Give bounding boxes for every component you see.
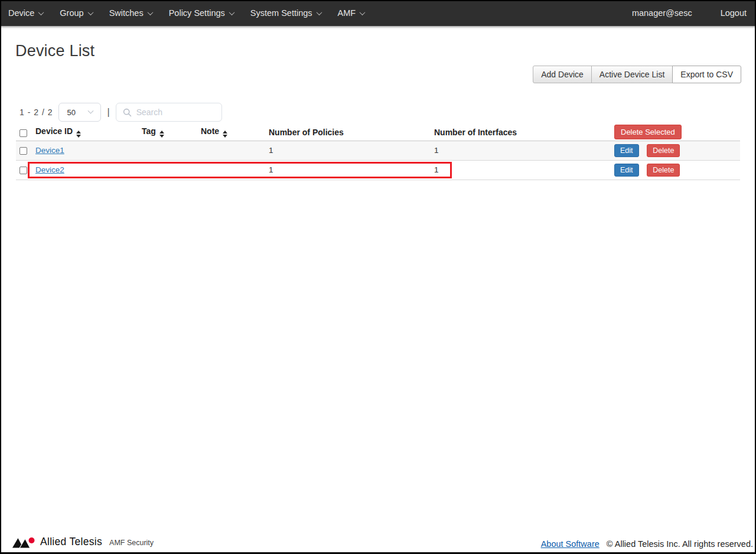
search-input[interactable] [136,107,213,117]
search-icon [123,108,132,117]
sort-icon [223,131,227,138]
nav-menu-system-settings-label: System Settings [250,8,312,18]
nav-menu-policy-settings[interactable]: Policy Settings [161,0,242,26]
delete-button[interactable]: Delete [647,144,680,157]
cell-note [201,160,269,180]
product-name: AMF Security [109,539,154,547]
nav-menu-amf[interactable]: AMF [330,0,373,26]
brand-name: Allied Telesis [40,536,102,548]
chevron-down-icon [88,107,94,113]
nav-right: manager@sesc Logout [632,8,747,18]
nav-menu-amf-label: AMF [338,8,356,18]
chevron-down-icon [360,9,366,15]
active-device-list-button[interactable]: Active Device List [591,66,673,83]
nav-menu-switches-label: Switches [109,8,144,18]
nav-menu-group-label: Group [60,8,83,18]
cell-policies: 1 [269,141,434,160]
column-header-interfaces: Number of Interfaces [434,124,614,141]
delete-selected-button[interactable]: Delete Selected [614,125,682,139]
nav-menu-group[interactable]: Group [51,0,100,26]
edit-button[interactable]: Edit [614,144,639,157]
table-row-device1: Device1 1 1 Edit Delete [16,141,740,160]
allied-telesis-logo-icon [11,536,37,549]
chevron-down-icon [38,9,44,15]
table-row-device2: Device2 1 1 Edit Delete [16,160,740,180]
toolbar-button-group: Add Device Active Device List Export to … [533,66,741,83]
row-checkbox[interactable] [19,147,27,155]
about-software-link[interactable]: About Software [541,539,599,549]
page-size-value: 50 [67,108,75,117]
nav-menu-system-settings[interactable]: System Settings [242,0,330,26]
chevron-down-icon [229,9,234,15]
footer-brand: Allied Telesis AMF Security [11,536,154,549]
column-header-policies: Number of Policies [269,124,434,141]
logout-button[interactable]: Logout [721,8,747,18]
footer: Allied Telesis AMF Security About Softwa… [0,531,756,552]
nav-menus: Device Group Switches Policy Settings Sy… [0,0,373,26]
column-header-tag[interactable]: Tag [142,124,201,141]
sort-icon [76,131,81,138]
footer-right: About Software © Allied Telesis Inc. All… [541,539,753,549]
nav-menu-device-label: Device [8,8,34,18]
cell-interfaces: 1 [434,160,614,180]
page-title: Device List [15,42,94,60]
nav-menu-device[interactable]: Device [0,0,51,26]
delete-button[interactable]: Delete [647,164,680,177]
nav-menu-switches[interactable]: Switches [101,0,161,26]
column-header-device-id[interactable]: Device ID [35,124,142,141]
edit-button[interactable]: Edit [614,164,639,177]
export-to-csv-button[interactable]: Export to CSV [672,66,741,83]
copyright-text: © Allied Telesis Inc. All rights reserve… [607,539,753,549]
cell-tag [142,160,201,180]
device-table: Device ID Tag Note Number of Policies Nu… [16,124,740,180]
device-link[interactable]: Device2 [35,165,64,174]
cell-interfaces: 1 [434,141,614,160]
pagination-range: 1 - 2 / 2 [19,107,53,117]
search-box [116,103,222,122]
chevron-down-icon [316,9,322,15]
chevron-down-icon [87,9,93,15]
select-all-checkbox[interactable] [19,129,27,137]
cell-tag [142,141,201,160]
nav-menu-policy-settings-label: Policy Settings [169,8,225,18]
add-device-button[interactable]: Add Device [533,66,592,83]
device-link[interactable]: Device1 [35,146,64,155]
page-size-select[interactable]: 50 [58,103,101,122]
controls-separator: | [107,107,109,118]
top-navbar: Device Group Switches Policy Settings Sy… [0,0,756,26]
column-header-note[interactable]: Note [201,124,269,141]
chevron-down-icon [147,9,153,15]
app-window: Device Group Switches Policy Settings Sy… [0,0,756,554]
table-header-row: Device ID Tag Note Number of Policies Nu… [16,124,740,141]
sort-icon [159,131,164,138]
list-controls: 1 - 2 / 2 50 | [19,103,222,122]
row-checkbox[interactable] [19,167,27,174]
cell-note [201,141,269,160]
logged-in-user: manager@sesc [632,8,692,18]
cell-policies: 1 [269,160,434,180]
